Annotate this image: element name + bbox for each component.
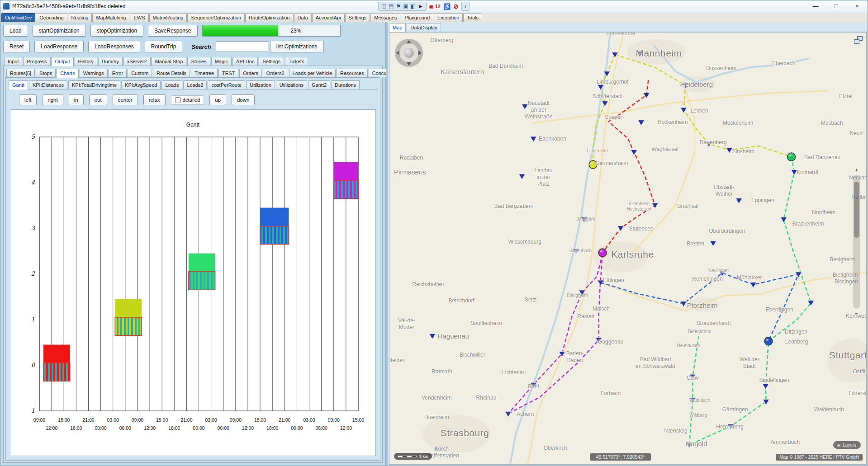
layers-button[interactable]: ◉ Layers — [833, 441, 861, 449]
map-canvas[interactable]: + − ◉ Layers 5 km 49.517073°, 7.926543° … — [389, 32, 867, 465]
zoom-in-button[interactable]: + — [853, 168, 860, 173]
record-indicator[interactable]: ◉ 12 — [429, 4, 441, 9]
cursor-icon[interactable]: ► — [418, 4, 423, 9]
gantt-bar-solid-route-4[interactable] — [260, 208, 289, 226]
tab-utilizations[interactable]: Utilizations — [276, 80, 307, 89]
gantt-bar-solid-route-3[interactable] — [188, 254, 215, 272]
gantt-in-button[interactable]: in — [69, 94, 84, 105]
menu-item-tools[interactable]: Tools — [463, 13, 482, 22]
menu-item-accountapi[interactable]: AccountApi — [312, 13, 345, 22]
tab-manual-stop[interactable]: Manual Stop — [152, 57, 187, 66]
gantt-bar-solid-route-2[interactable] — [115, 299, 142, 317]
stop-marker[interactable] — [781, 217, 787, 223]
accessibility-icon[interactable]: ♿ — [443, 3, 451, 10]
gantt-center-button[interactable]: center — [113, 94, 138, 105]
tab-loads2[interactable]: Loads2 — [183, 80, 207, 89]
share-screen-icon[interactable]: ◫ — [381, 4, 386, 9]
gantt-bar-striped-route-3[interactable] — [188, 272, 215, 290]
tab-warnings[interactable]: Warnings — [80, 69, 108, 77]
list-optimizations-button[interactable]: list Optimizations — [270, 41, 324, 52]
tab-costperroute[interactable]: costPerRoute — [208, 80, 245, 89]
gantt-bar-solid-route-5[interactable] — [333, 162, 358, 180]
tab-orders[interactable]: Orders — [239, 69, 262, 77]
tab-gantt[interactable]: Gantt — [9, 80, 28, 89]
maximize-button[interactable]: □ — [826, 0, 847, 12]
stop-marker[interactable] — [643, 93, 650, 98]
map-zoom-slider[interactable]: + − — [853, 175, 860, 309]
tab-route-details[interactable]: Route Details — [153, 69, 190, 77]
tab-magic[interactable]: Magic — [211, 57, 232, 66]
map-pan-control[interactable] — [395, 39, 423, 67]
gantt-left-button[interactable]: left — [19, 94, 37, 105]
tab-xserver2[interactable]: xServer2 — [123, 57, 151, 66]
menu-item-mapmatching[interactable]: MapMatching — [92, 13, 129, 22]
stop-marker[interactable] — [726, 148, 733, 153]
tab-charts[interactable]: Charts — [57, 69, 78, 78]
tab-kpi-totaldrivingtime[interactable]: KPI:TotalDrivingtime — [68, 80, 120, 89]
tab-progress[interactable]: Progress — [23, 57, 50, 66]
stop-marker[interactable] — [522, 104, 528, 109]
route-red[interactable] — [602, 80, 655, 253]
tab-stops[interactable]: Stops — [36, 69, 56, 77]
tab-api-doc[interactable]: API Doc — [232, 57, 258, 66]
display-icon[interactable]: ◧ — [411, 4, 416, 9]
stop-marker[interactable] — [763, 400, 769, 405]
pan-center-knob[interactable] — [404, 48, 414, 58]
menu-item-messages[interactable]: Messages — [370, 13, 400, 22]
menu-item-routing[interactable]: Routing — [68, 13, 92, 22]
stop-marker[interactable] — [631, 150, 637, 155]
round-trip-button[interactable]: RoundTrip — [145, 41, 183, 52]
tab-durations[interactable]: Durations — [331, 80, 360, 89]
menu-item-ews[interactable]: EWS — [130, 13, 148, 22]
tab-timetree[interactable]: Timetree — [191, 69, 218, 77]
gantt-bar-striped-route-1[interactable] — [43, 363, 70, 381]
menu-item-data[interactable]: Data — [294, 13, 312, 22]
gantt-right-button[interactable]: right — [42, 94, 63, 105]
close-button[interactable]: × — [847, 0, 868, 12]
stop-marker[interactable] — [686, 442, 693, 448]
stop-marker[interactable] — [505, 411, 511, 417]
restore-layout-icon[interactable] — [854, 36, 863, 44]
tab-loads[interactable]: Loads — [161, 80, 182, 89]
flag-icon[interactable]: ⚑ — [396, 4, 401, 9]
load-response-button[interactable]: LoadResponse — [34, 41, 84, 52]
menu-item-playground[interactable]: Playground — [401, 13, 433, 22]
depot-marker[interactable] — [589, 160, 597, 169]
tab-history[interactable]: History — [75, 57, 97, 66]
stop-marker[interactable] — [680, 301, 687, 307]
stop-marker[interactable] — [530, 137, 536, 142]
save-response-button[interactable]: SaveResponse — [148, 25, 197, 37]
search-input[interactable] — [216, 41, 268, 52]
reset-button[interactable]: Reset — [3, 41, 30, 52]
tab-utilization[interactable]: Utilization — [246, 80, 275, 89]
minimize-button[interactable]: — — [805, 0, 826, 12]
detailed-checkbox-wrap[interactable]: detailed — [171, 95, 204, 105]
stop-marker[interactable] — [689, 374, 696, 380]
stop-marker[interactable] — [429, 334, 436, 339]
gantt-relax-button[interactable]: relax — [143, 94, 166, 105]
stop-marker[interactable] — [519, 174, 525, 179]
tab-settings[interactable]: Settings — [259, 57, 284, 66]
monitor-icon[interactable]: ▣ — [403, 4, 408, 9]
tab-custom[interactable]: Custom — [128, 69, 152, 77]
stop-optimization-button[interactable]: stopOptimization — [90, 25, 143, 37]
tab-output[interactable]: Output — [52, 57, 74, 66]
tab-routes-5[interactable]: Routes[5] — [6, 69, 35, 77]
depot-marker[interactable] — [787, 153, 796, 161]
stop-marker[interactable] — [706, 141, 712, 147]
stop-marker[interactable] — [680, 108, 687, 113]
map-tab-datadisplay[interactable]: DataDisplay — [407, 23, 441, 32]
gantt-down-button[interactable]: down — [232, 94, 255, 105]
tab-dummy[interactable]: Dummy — [98, 57, 123, 66]
zoom-out-button[interactable]: − — [853, 311, 860, 316]
stop-marker[interactable] — [750, 282, 756, 288]
tab-test[interactable]: TEST — [218, 69, 238, 77]
stop-marker[interactable] — [638, 120, 645, 126]
gantt-bar-striped-route-4[interactable] — [260, 226, 289, 244]
tab-kpi-distances[interactable]: KPI:Distances — [29, 80, 67, 89]
tab-gantt2[interactable]: Gantt2 — [308, 80, 330, 89]
depot-marker[interactable] — [598, 249, 607, 257]
menu-item-settings[interactable]: Settings — [345, 13, 370, 22]
tab-error[interactable]: Error — [109, 69, 127, 77]
gantt-up-button[interactable]: up — [209, 94, 226, 105]
